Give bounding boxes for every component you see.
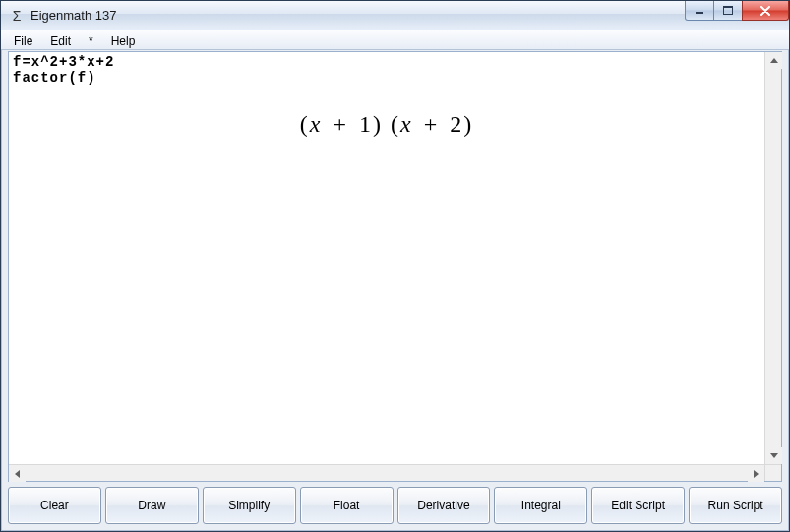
menu-help[interactable]: Help [102, 30, 145, 49]
clear-button[interactable]: Clear [8, 487, 101, 524]
run-script-button[interactable]: Run Script [689, 487, 782, 524]
draw-button[interactable]: Draw [105, 487, 199, 524]
scroll-corner [764, 464, 781, 481]
math-result: (x + 1) (x + 2) [9, 111, 764, 138]
scroll-down-button[interactable] [765, 447, 782, 464]
minimize-button[interactable] [685, 1, 714, 21]
input-line-1: f=x^2+3*x+2 [13, 54, 114, 70]
close-button[interactable] [742, 1, 789, 21]
svg-rect-2 [723, 6, 733, 8]
scroll-right-button[interactable] [748, 465, 764, 482]
horizontal-scrollbar[interactable] [9, 464, 764, 481]
output-viewport[interactable]: f=x^2+3*x+2 factor(f) (x + 1) (x + 2) [9, 52, 764, 464]
simplify-button[interactable]: Simplify [203, 487, 296, 524]
window-title: Eigenmath 137 [30, 8, 116, 23]
edit-script-button[interactable]: Edit Script [591, 487, 685, 524]
menu-star[interactable]: * [80, 30, 102, 49]
maximize-button[interactable] [713, 1, 743, 21]
output-area: f=x^2+3*x+2 factor(f) (x + 1) (x + 2) [8, 51, 782, 482]
menu-bar: File Edit * Help [1, 30, 789, 50]
window-controls [686, 1, 789, 21]
menu-edit[interactable]: Edit [41, 30, 80, 49]
menu-file[interactable]: File [5, 30, 41, 49]
app-window: Σ Eigenmath 137 File Edit * Help f=x^2+3… [0, 0, 790, 532]
title-bar: Σ Eigenmath 137 [1, 1, 789, 30]
integral-button[interactable]: Integral [494, 487, 587, 524]
scroll-left-button[interactable] [9, 465, 26, 482]
svg-rect-0 [696, 12, 703, 14]
derivative-button[interactable]: Derivative [397, 487, 491, 524]
vertical-scrollbar[interactable] [764, 52, 781, 464]
input-line-2: factor(f) [13, 70, 96, 86]
input-history: f=x^2+3*x+2 factor(f) [9, 52, 764, 88]
toolbar: Clear Draw Simplify Float Derivative Int… [8, 487, 782, 524]
float-button[interactable]: Float [300, 487, 394, 524]
scroll-up-button[interactable] [765, 52, 782, 69]
app-icon: Σ [9, 8, 25, 24]
